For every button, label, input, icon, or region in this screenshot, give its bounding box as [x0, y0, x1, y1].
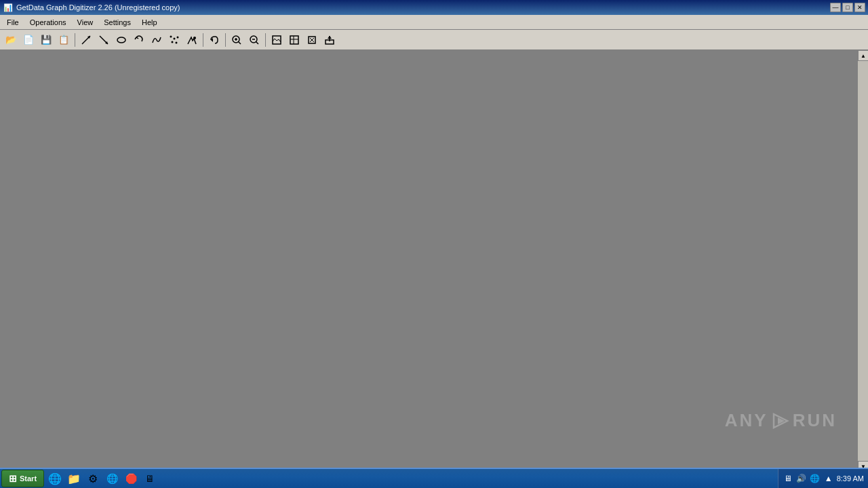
svg-marker-30: [328, 36, 332, 39]
svg-point-4: [117, 37, 125, 43]
windows-logo-icon: ⊞: [9, 473, 17, 484]
toolbar-scatter[interactable]: [166, 32, 182, 48]
window-title: GetData Graph Digitizer 2.26 (Unregister…: [16, 3, 180, 12]
watermark-any: ANY: [725, 410, 768, 431]
toolbar-open[interactable]: 📂: [3, 32, 19, 48]
toolbar-axis2[interactable]: [96, 32, 112, 48]
toolbar-axis1[interactable]: [78, 32, 94, 48]
tray-arrow-icon[interactable]: ▲: [823, 473, 834, 484]
toolbar-special[interactable]: [184, 32, 200, 48]
taskbar-quicklaunch-browser[interactable]: 🌐: [47, 470, 63, 487]
svg-point-12: [193, 37, 196, 39]
toolbar-grid[interactable]: [286, 32, 302, 48]
menu-help[interactable]: Help: [136, 15, 163, 29]
toolbar-undo-axis[interactable]: [131, 32, 147, 48]
svg-line-5: [135, 37, 136, 39]
toolbar-sep-1: [75, 33, 75, 47]
toolbar-sep-4: [265, 33, 266, 47]
toolbar-ellipse[interactable]: [113, 32, 130, 48]
svg-point-11: [176, 41, 178, 43]
watermark-run: RUN: [793, 410, 837, 431]
menu-operations[interactable]: Operations: [24, 15, 72, 29]
close-button[interactable]: ✕: [854, 3, 865, 12]
svg-marker-32: [778, 418, 785, 424]
menu-file[interactable]: File: [1, 15, 24, 29]
maximize-button[interactable]: □: [842, 3, 853, 12]
scrollbar-right[interactable]: ▲ ▼: [857, 50, 868, 472]
toolbar-sep-3: [225, 33, 226, 47]
svg-point-10: [172, 41, 174, 43]
taskbar-quicklaunch-settings[interactable]: ⚙: [85, 470, 101, 487]
watermark-play-icon: [771, 411, 790, 430]
system-tray: 🖥 🔊 🌐 ▲ 8:39 AM: [778, 469, 868, 488]
scroll-right-track[interactable]: [858, 61, 868, 461]
title-controls: — □ ✕: [830, 3, 865, 12]
svg-line-6: [136, 37, 138, 39]
taskbar-quicklaunch-stop[interactable]: 🛑: [123, 470, 139, 487]
toolbar: 📂 📄 💾 📋: [0, 30, 868, 50]
svg-point-7: [170, 35, 172, 37]
toolbar-export[interactable]: [321, 32, 338, 48]
taskbar-quicklaunch-folder[interactable]: 📁: [66, 470, 82, 487]
svg-marker-31: [774, 414, 787, 428]
toolbar-save[interactable]: 💾: [38, 32, 54, 48]
toolbar-sep-2: [203, 33, 203, 47]
svg-point-9: [177, 36, 179, 38]
tray-volume-icon[interactable]: 🔊: [796, 473, 807, 484]
canvas-area[interactable]: ANY RUN: [0, 50, 857, 472]
toolbar-fit[interactable]: [304, 32, 320, 48]
svg-line-15: [239, 41, 241, 44]
system-clock[interactable]: 8:39 AM: [837, 474, 864, 483]
toolbar-curve[interactable]: [149, 32, 165, 48]
toolbar-undo[interactable]: [206, 32, 222, 48]
scroll-up-button[interactable]: ▲: [858, 50, 868, 61]
toolbar-copy[interactable]: 📋: [56, 32, 72, 48]
app-icon: 📊: [3, 2, 14, 13]
svg-line-19: [256, 41, 259, 44]
menu-bar: File Operations View Settings Help: [0, 15, 868, 30]
taskbar: ⊞ Start 🌐 📁 ⚙ 🌐 🛑 🖥 🖥 🔊 🌐 ▲ 8:39 AM: [0, 468, 868, 488]
title-bar-left: 📊 GetData Graph Digitizer 2.26 (Unregist…: [3, 2, 180, 13]
tray-network-icon[interactable]: 🖥: [783, 473, 793, 484]
svg-point-8: [174, 37, 176, 39]
toolbar-zoom-in[interactable]: [229, 32, 245, 48]
start-label: Start: [20, 474, 37, 483]
tray-network2-icon[interactable]: 🌐: [810, 473, 821, 484]
menu-settings[interactable]: Settings: [98, 15, 136, 29]
toolbar-image[interactable]: [269, 32, 285, 48]
title-bar: 📊 GetData Graph Digitizer 2.26 (Unregist…: [0, 0, 868, 15]
toolbar-zoom-out[interactable]: [246, 32, 262, 48]
minimize-button[interactable]: —: [830, 3, 841, 12]
start-button[interactable]: ⊞ Start: [1, 470, 44, 487]
menu-view[interactable]: View: [72, 15, 99, 29]
taskbar-quicklaunch-monitor[interactable]: 🖥: [142, 470, 158, 487]
svg-rect-22: [290, 36, 298, 44]
taskbar-quicklaunch-chrome[interactable]: 🌐: [104, 470, 120, 487]
main-area: ANY RUN ▲ ▼: [0, 50, 868, 472]
toolbar-new[interactable]: 📄: [20, 32, 37, 48]
